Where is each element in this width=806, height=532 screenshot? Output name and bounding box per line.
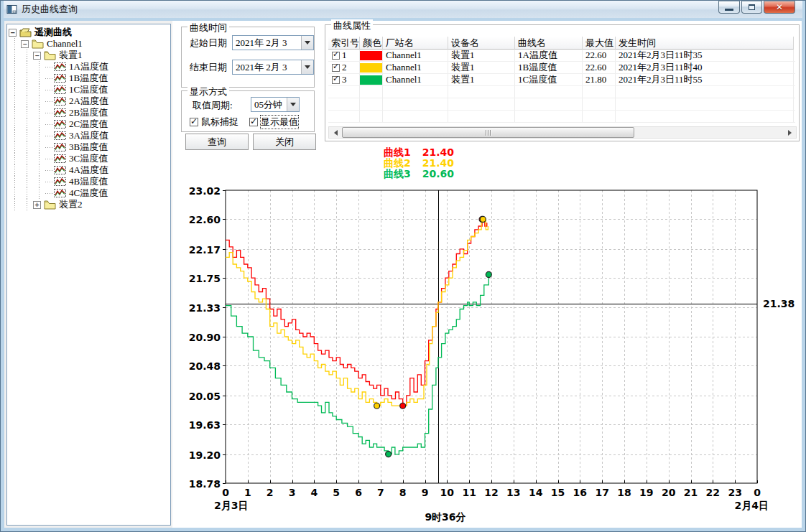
曲线3-min-marker: [386, 452, 392, 457]
collapse-icon[interactable]: −: [33, 52, 41, 60]
tree-connector: [45, 187, 52, 199]
curve-tree: −遥测曲线−Channel1−装置11A温度值1B温度值1C温度值2A温度值2B…: [6, 24, 171, 526]
tree-item-3C温度值[interactable]: 3C温度值: [9, 153, 169, 164]
table-row[interactable]: ✓1Channel1装置11A温度值22.602021年2月3日11时35: [328, 50, 795, 62]
date-right-label: 2月4日: [735, 500, 769, 511]
tree-connector: [45, 73, 52, 84]
table-header-row: 索引号颜色厂站名设备名曲线名最大值发生时间: [328, 37, 795, 50]
row-checkbox[interactable]: ✓: [332, 76, 340, 84]
row-checkbox[interactable]: ✓: [332, 64, 340, 72]
scroll-right-button[interactable]: [784, 127, 796, 138]
column-header-6[interactable]: 最大值: [583, 37, 616, 50]
close-icon: ✕: [776, 3, 783, 11]
column-header-4[interactable]: 设备名: [448, 37, 515, 50]
tree-connector: [45, 107, 52, 118]
end-date-combo[interactable]: 2021年 2月 3: [232, 60, 314, 75]
mouse-snap-checkrow[interactable]: ✓ 鼠标捕捉: [190, 116, 238, 129]
period-dropdown-icon[interactable]: [287, 98, 299, 111]
mouse-snap-checkbox[interactable]: ✓: [190, 118, 198, 126]
period-label: 取值周期:: [193, 99, 233, 112]
show-extremes-checkrow[interactable]: ✓ 显示最值: [249, 116, 298, 129]
table-row[interactable]: ✓2Channel1装置11B温度值22.602021年2月3日11时40: [328, 62, 795, 74]
tree-item-Channel1[interactable]: −Channel1: [9, 38, 169, 50]
tree-item-1C温度值[interactable]: 1C温度值: [9, 84, 169, 95]
x-axis-label: 10: [440, 487, 455, 498]
collapse-icon[interactable]: −: [21, 40, 29, 48]
column-header-5[interactable]: 曲线名: [515, 37, 583, 50]
minimize-button[interactable]: [718, 1, 740, 14]
x-axis-label: 9: [422, 487, 429, 498]
start-date-combo[interactable]: 2021年 2月 3: [232, 35, 314, 50]
legend-entry: 曲线121.40: [384, 147, 454, 158]
folder-icon: [44, 200, 56, 210]
end-date-dropdown-icon[interactable]: [301, 60, 313, 74]
close-dialog-button[interactable]: 关闭: [253, 134, 316, 150]
tree-item-装置1[interactable]: −装置1: [9, 50, 169, 61]
x-axis-label: 19: [639, 487, 653, 498]
collapse-icon[interactable]: −: [9, 29, 17, 37]
scrollbar-thumb[interactable]: [342, 127, 634, 138]
table-cell: 2021年2月3日11时40: [616, 62, 794, 73]
tree-item-4C温度值[interactable]: 4C温度值: [9, 187, 169, 199]
restore-button[interactable]: [741, 1, 762, 14]
scrollbar-track[interactable]: [341, 127, 784, 138]
color-cell: [360, 62, 383, 73]
tree-item-装置2[interactable]: +装置2: [9, 199, 169, 210]
chart-icon: [54, 108, 66, 118]
table-horizontal-scrollbar[interactable]: [328, 126, 797, 139]
scroll-left-button[interactable]: [329, 127, 341, 138]
expand-icon[interactable]: +: [33, 201, 41, 209]
curve-properties-table: 索引号颜色厂站名设备名曲线名最大值发生时间✓1Channel1装置11A温度值2…: [328, 37, 795, 123]
tree-connector: [45, 153, 52, 164]
tree-guide: [9, 118, 21, 130]
tree-item-3A温度值[interactable]: 3A温度值: [9, 130, 169, 141]
tree-guide: [33, 153, 45, 164]
x-axis-label: 4: [310, 487, 318, 498]
close-button[interactable]: ✕: [764, 1, 795, 14]
tree-item-label: Channel1: [47, 38, 83, 50]
table-row[interactable]: ✓3Channel1装置11C温度值21.802021年2月3日11时55: [328, 74, 795, 86]
tree-item-3B温度值[interactable]: 3B温度值: [9, 141, 169, 153]
show-extremes-checkbox[interactable]: ✓: [249, 118, 258, 126]
crosshair-time-label: 9时36分: [425, 511, 465, 523]
y-axis-label: 22.60: [189, 214, 221, 225]
chart-canvas[interactable]: 23.0222.6022.1721.7521.3320.9020.4820.05…: [180, 182, 806, 529]
x-axis-label: 0: [754, 487, 761, 498]
date-left-label: 2月3日: [214, 500, 248, 511]
column-header-3[interactable]: 厂站名: [383, 37, 448, 50]
period-combo[interactable]: 05分钟: [251, 97, 300, 112]
chart-icon: [54, 131, 66, 141]
column-header-2[interactable]: 颜色: [360, 37, 383, 50]
query-button[interactable]: 查询: [185, 134, 249, 150]
y-axis-label: 23.02: [189, 185, 221, 197]
tree-item-label: 遥测曲线: [34, 26, 72, 39]
tree-item-1A温度值[interactable]: 1A温度值: [9, 61, 169, 73]
column-header-7[interactable]: 发生时间: [616, 37, 794, 50]
tree-guide: [21, 164, 33, 176]
color-cell: [360, 74, 383, 85]
column-header-1[interactable]: 索引号: [328, 37, 360, 50]
tree-item-2A温度值[interactable]: 2A温度值: [9, 95, 169, 107]
tree-guide: [21, 187, 33, 199]
曲线3-max-marker: [486, 271, 491, 277]
x-axis-label: 12: [484, 487, 498, 498]
legend-series-name: 曲线1: [384, 147, 411, 158]
tree-item-4B温度值[interactable]: 4B温度值: [9, 176, 169, 187]
tree-guide: [9, 84, 21, 95]
row-index: 1: [342, 50, 347, 61]
y-axis-label: 21.33: [189, 302, 221, 314]
tree-item-2C温度值[interactable]: 2C温度值: [9, 118, 169, 130]
tree-item-4A温度值[interactable]: 4A温度值: [9, 164, 169, 176]
tree-item-遥测曲线[interactable]: −遥测曲线: [9, 27, 169, 38]
display-mode-title: 显示方式: [187, 85, 229, 98]
row-checkbox[interactable]: ✓: [332, 52, 340, 60]
tree-item-2B温度值[interactable]: 2B温度值: [9, 107, 169, 118]
tree-guide: [9, 141, 21, 153]
x-axis-label: 21: [684, 487, 698, 498]
window-title: 历史曲线查询: [22, 3, 78, 16]
tree-item-label: 装置2: [59, 198, 83, 211]
tree-item-1B温度值[interactable]: 1B温度值: [9, 73, 169, 84]
y-axis-label: 21.75: [189, 273, 221, 284]
start-date-dropdown-icon[interactable]: [301, 36, 313, 50]
history-curve-chart[interactable]: 23.0222.6022.1721.7521.3320.9020.4820.05…: [180, 182, 806, 532]
